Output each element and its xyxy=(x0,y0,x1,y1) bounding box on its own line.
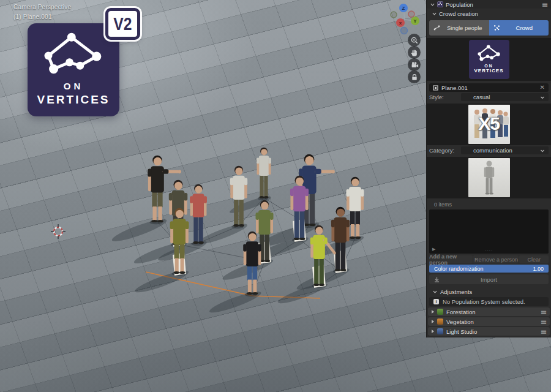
vegetation-panel-header[interactable]: Vegetation ▬▬ xyxy=(428,317,550,326)
camera-view-button[interactable] xyxy=(408,58,421,71)
viewport-header-text: Camera Perspective (1) Plane.001 xyxy=(13,2,71,22)
chevron-down-icon xyxy=(540,95,545,100)
view-mode-label: Camera Perspective xyxy=(13,2,71,12)
vertex-network-icon xyxy=(476,45,502,63)
camera-icon xyxy=(410,61,419,69)
svg-text:Y: Y xyxy=(413,18,417,24)
population-addon-icon xyxy=(437,1,443,7)
panel-menu-icon[interactable]: ▬▬ xyxy=(541,330,546,333)
mesh-plane-icon xyxy=(433,85,438,91)
vegetation-icon xyxy=(437,318,443,325)
clear-object-icon[interactable]: ✕ xyxy=(540,85,545,91)
style-row: Style: casual xyxy=(429,93,549,101)
chevron-down-icon xyxy=(432,12,437,16)
chevron-right-icon xyxy=(432,310,434,314)
crowd-creation-header[interactable]: Crowd creation xyxy=(427,9,551,18)
zoom-button[interactable] xyxy=(408,34,421,47)
version-badge: V2 xyxy=(105,8,140,40)
clear-button[interactable]: Clear xyxy=(519,255,549,263)
n-panel-sidebar: Population ▬▬ Crowd creation Single peop… xyxy=(426,0,551,337)
addon-logo-preview: ON VERTICES xyxy=(427,38,551,81)
style-dropdown[interactable]: casual xyxy=(461,93,549,101)
population-panel-header[interactable]: Population ▬▬ xyxy=(427,0,551,9)
logo-text-vertices: VERTICES xyxy=(28,93,119,107)
people-list[interactable]: ▶ ∙∙∙∙ xyxy=(429,209,549,254)
remove-person-button[interactable]: Remove a person xyxy=(473,255,519,263)
mode-tabs: Single people Crowd xyxy=(429,20,549,36)
forestation-icon xyxy=(437,309,443,315)
list-resize-grip[interactable]: ∙∙∙∙ xyxy=(485,247,493,253)
crowd-style-preview: X5 xyxy=(427,104,551,145)
vertex-network-icon xyxy=(40,32,107,80)
svg-text:x: x xyxy=(399,20,402,26)
hand-icon xyxy=(410,48,419,57)
pan-button[interactable] xyxy=(408,46,421,59)
list-buttons: Add a new person Remove a person Clear xyxy=(429,255,549,263)
light-studio-panel-header[interactable]: Light Studio ▬▬ xyxy=(428,327,550,336)
person-preview xyxy=(427,157,551,198)
person-preview-image[interactable] xyxy=(468,158,510,197)
zoom-icon xyxy=(410,36,419,45)
chevron-down-icon xyxy=(433,290,437,294)
info-message: i No Population System selected. xyxy=(429,297,549,306)
import-button[interactable]: Import xyxy=(429,274,549,284)
tab-single-people[interactable]: Single people xyxy=(429,20,489,36)
chevron-down-icon xyxy=(430,2,435,7)
chevron-down-icon xyxy=(540,148,545,153)
gizmo-y-neg[interactable] xyxy=(391,12,397,18)
crowd-preview-image[interactable]: X5 xyxy=(468,105,510,144)
chevron-right-icon xyxy=(432,330,434,333)
gizmo-x-neg[interactable] xyxy=(408,11,414,17)
download-icon xyxy=(434,277,440,282)
target-object-field[interactable]: Plane.001 ✕ xyxy=(429,83,549,92)
blender-window: Camera Perspective (1) Plane.001 ON VERT… xyxy=(0,0,551,392)
navigation-gizmo[interactable]: Z Y x xyxy=(387,1,425,37)
tab-crowd[interactable]: Crowd xyxy=(489,20,549,36)
list-expand-icon[interactable]: ▶ xyxy=(432,247,435,252)
chevron-right-icon xyxy=(432,320,434,323)
crowd-icon xyxy=(493,24,500,31)
gizmo-z-neg[interactable] xyxy=(401,28,408,34)
logo-text-on: ON xyxy=(28,81,119,91)
lock-icon xyxy=(410,73,419,81)
svg-text:Z: Z xyxy=(402,6,405,11)
panel-menu-icon[interactable]: ▬▬ xyxy=(541,320,546,323)
lock-button[interactable] xyxy=(408,70,421,83)
panel-menu-icon[interactable]: ▬▬ xyxy=(541,310,546,314)
color-randomization-slider[interactable]: Color randomization 1.00 xyxy=(429,265,549,273)
single-people-icon xyxy=(433,24,440,31)
category-dropdown[interactable]: communication xyxy=(461,146,549,154)
panel-menu-icon[interactable]: ▬▬ xyxy=(542,2,547,6)
slider-value: 1.00 xyxy=(533,266,544,272)
forestation-panel-header[interactable]: Forestation ▬▬ xyxy=(428,307,550,316)
person-thumbnail xyxy=(480,160,498,195)
multiplier-label: X5 xyxy=(468,113,510,134)
info-icon: i xyxy=(433,299,439,304)
adjustments-header[interactable]: Adjustments xyxy=(427,287,551,296)
onvertices-mini-logo: ON VERTICES xyxy=(469,40,509,79)
viewport-tools xyxy=(408,34,421,83)
population-panel-title: Population xyxy=(446,1,473,8)
light-studio-icon xyxy=(437,328,443,334)
items-count-label: 0 items xyxy=(434,202,551,208)
category-row: Category: communication xyxy=(429,146,549,154)
active-object-label: (1) Plane.001 xyxy=(13,12,71,22)
add-person-button[interactable]: Add a new person xyxy=(429,255,473,263)
